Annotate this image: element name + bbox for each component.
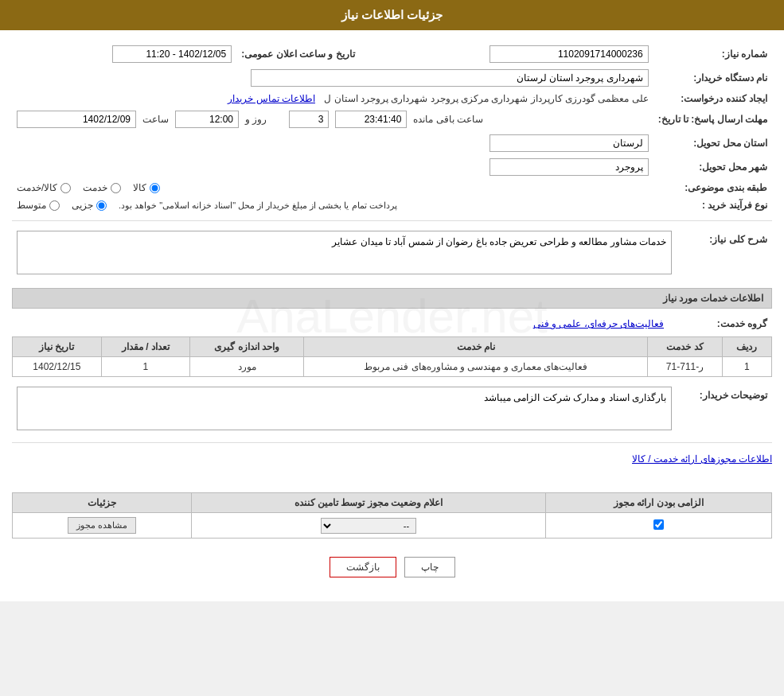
print-button[interactable]: چاپ [404, 557, 455, 577]
cell-quantity: 1 [101, 357, 190, 377]
buyer-notes-textarea[interactable]: بارگذاری اسناد و مدارک شرکت الزامی میباش… [17, 387, 672, 430]
cell-unit: مورد [190, 357, 304, 377]
delivery-province-label: استان محل تحویل: [653, 131, 772, 155]
delivery-city-label: شهر محل تحویل: [653, 155, 772, 179]
remaining-label: ساعت باقی مانده [413, 114, 483, 125]
purchase-jozei-label: جزیی [72, 200, 93, 211]
cell-date: 1402/12/15 [13, 357, 102, 377]
col-service-name: نام خدمت [304, 337, 648, 357]
permit-row: -- مشاهده مجوز [13, 513, 772, 539]
col-date: تاریخ نیاز [13, 337, 102, 357]
date-label: تاریخ و ساعت اعلان عمومی: [236, 42, 359, 66]
permit-details-cell: مشاهده مجوز [13, 513, 192, 539]
col-details: جزئیات [13, 493, 192, 513]
view-permit-button[interactable]: مشاهده مجوز [68, 517, 136, 534]
table-row: 1 ر-711-71 فعالیت‌های معماری و مهندسی و … [13, 357, 772, 377]
back-button[interactable]: بازگشت [330, 557, 396, 577]
deadline-days-input[interactable] [289, 111, 329, 128]
permit-required-checkbox[interactable] [653, 519, 664, 530]
services-section-title: اطلاعات خدمات مورد نیاز [12, 288, 772, 309]
permit-status-select[interactable]: -- [321, 518, 416, 534]
buyer-org-label: نام دستگاه خریدار: [653, 66, 772, 90]
category-kala-label: کالا [133, 182, 146, 193]
buyer-notes-table: توضیحات خریدار: بارگذاری اسناد و مدارک ش… [12, 383, 772, 436]
need-number-input[interactable] [490, 45, 649, 63]
cell-service-code: ر-711-71 [648, 357, 722, 377]
service-group-label: گروه خدمت: [669, 315, 772, 332]
delivery-city-input[interactable] [490, 158, 649, 176]
category-kala-khedmat-radio[interactable] [60, 183, 71, 193]
service-group-value[interactable]: فعالیت‌های حرفه‌ای، علمی و فنی [533, 318, 664, 329]
date-input[interactable] [112, 45, 232, 63]
deadline-label: مهلت ارسال پاسخ: تا تاریخ: [653, 107, 772, 131]
permits-section-title[interactable]: اطلاعات مجوزهای ارائه خدمت / کالا [632, 453, 772, 465]
purchase-motavaset-radio[interactable] [49, 200, 60, 211]
description-textarea[interactable]: خدمات مشاور مطالعه و طراحی تعریض جاده با… [17, 231, 672, 274]
deadline-remaining-input[interactable] [335, 111, 407, 128]
cell-service-name: فعالیت‌های معماری و مهندسی و مشاوره‌های … [304, 357, 648, 377]
footer-buttons: چاپ بازگشت [12, 545, 772, 589]
page-header: جزئیات اطلاعات نیاز [0, 0, 784, 30]
delivery-province-input[interactable] [490, 134, 649, 152]
cell-row-num: 1 [722, 357, 771, 377]
days-label: روز و [245, 114, 267, 125]
requester-label: ایجاد کننده درخواست: [653, 90, 772, 107]
buyer-notes-label: توضیحات خریدار: [677, 383, 772, 436]
col-status-notify: اعلام وضعیت مجوز توسط تامین کننده [192, 493, 546, 513]
time-label: ساعت [142, 114, 169, 125]
purchase-type-label: نوع فرآیند خرید : [653, 196, 772, 214]
purchase-jozei-radio[interactable] [96, 200, 107, 211]
deadline-time-input[interactable] [175, 111, 239, 128]
category-kala-khedmat-label: کالا/خدمت [17, 182, 57, 193]
contact-link[interactable]: اطلاعات تماس خریدار [228, 93, 315, 104]
permits-table: الزامی بودن ارائه مجوز اعلام وضعیت مجوز … [12, 492, 772, 539]
col-required: الزامی بودن ارائه مجوز [546, 493, 772, 513]
category-khedmat-label: خدمت [83, 182, 107, 193]
col-quantity: تعداد / مقدار [101, 337, 190, 357]
permit-required-cell [546, 513, 772, 539]
purchase-note: پرداخت تمام یا بخشی از مبلغ خریدار از مح… [119, 200, 397, 211]
description-label: شرح کلی نیاز: [677, 227, 772, 280]
purchase-motavaset-label: متوسط [17, 200, 46, 211]
need-info-table: شماره نیاز: تاریخ و ساعت اعلان عمومی: نا… [12, 42, 772, 214]
category-khedmat-radio[interactable] [111, 183, 121, 193]
page-title: جزئیات اطلاعات نیاز [341, 8, 443, 21]
category-label: طبقه بندی موضوعی: [653, 179, 772, 196]
requester-value: علی معظمی گودرزی کارپرداز شهرداری مرکزی … [324, 93, 648, 104]
category-kala-radio[interactable] [150, 183, 160, 193]
description-table: شرح کلی نیاز: خدمات مشاور مطالعه و طراحی… [12, 227, 772, 280]
buyer-org-input[interactable] [251, 69, 649, 87]
services-table: ردیف کد خدمت نام خدمت واحد اندازه گیری ت… [12, 336, 772, 377]
col-unit: واحد اندازه گیری [190, 337, 304, 357]
need-number-label: شماره نیاز: [653, 42, 772, 66]
service-group-table: گروه خدمت: فعالیت‌های حرفه‌ای، علمی و فن… [12, 315, 772, 332]
col-service-code: کد خدمت [648, 337, 722, 357]
permit-status-cell: -- [192, 513, 546, 539]
deadline-date-input[interactable] [17, 111, 136, 128]
col-row-num: ردیف [722, 337, 771, 357]
